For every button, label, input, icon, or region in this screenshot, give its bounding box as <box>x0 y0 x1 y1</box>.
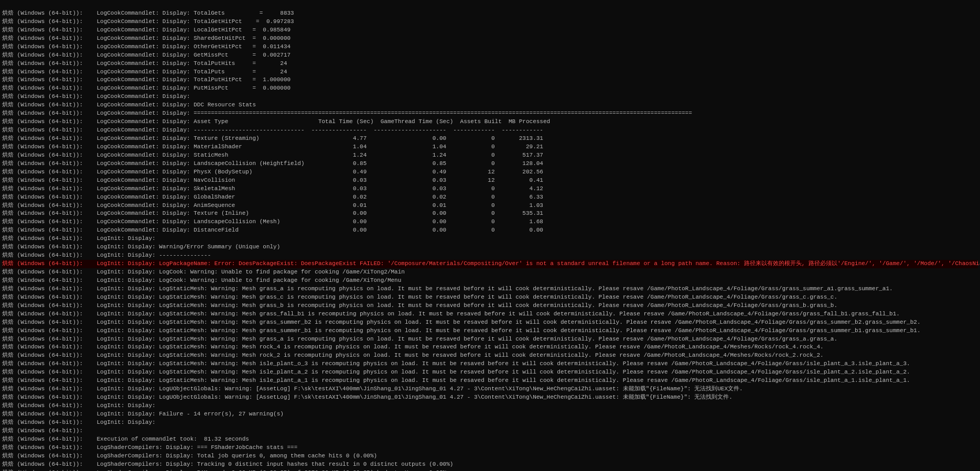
console-line-49: 烘焙 (Windows (64-bit)): LogInit: Display: <box>2 419 978 427</box>
console-line-18: 烘焙 (Windows (64-bit)): LogCookCommandlet… <box>2 160 978 168</box>
console-line-30: 烘焙 (Windows (64-bit)): LogInit: Display:… <box>2 260 978 268</box>
console-line-12: 烘焙 (Windows (64-bit)): LogCookCommandlet… <box>2 109 978 118</box>
console-line-5: 烘焙 (Windows (64-bit)): LogCookCommandlet… <box>2 51 978 60</box>
console-line-39: 烘焙 (Windows (64-bit)): LogInit: Display:… <box>2 335 978 344</box>
console-line-29: 烘焙 (Windows (64-bit)): LogInit: Display:… <box>2 251 978 260</box>
console-line-36: 烘焙 (Windows (64-bit)): LogInit: Display:… <box>2 310 978 319</box>
console-line-13: 烘焙 (Windows (64-bit)): LogCookCommandlet… <box>2 118 978 126</box>
console-line-41: 烘焙 (Windows (64-bit)): LogInit: Display:… <box>2 352 978 360</box>
console-line-44: 烘焙 (Windows (64-bit)): LogInit: Display:… <box>2 377 978 385</box>
console-output: 烘焙 (Windows (64-bit)): LogCookCommandlet… <box>0 0 980 471</box>
console-line-38: 烘焙 (Windows (64-bit)): LogInit: Display:… <box>2 327 978 335</box>
console-line-42: 烘焙 (Windows (64-bit)): LogInit: Display:… <box>2 360 978 368</box>
console-line-14: 烘焙 (Windows (64-bit)): LogCookCommandlet… <box>2 126 978 135</box>
console-line-51: 烘焙 (Windows (64-bit)): Execution of comm… <box>2 435 978 444</box>
console-line-45: 烘焙 (Windows (64-bit)): LogInit: Display:… <box>2 385 978 393</box>
console-line-40: 烘焙 (Windows (64-bit)): LogInit: Display:… <box>2 343 978 352</box>
console-line-55: 烘焙 (Windows (64-bit)): LogShaderCompiler… <box>2 469 978 472</box>
console-line-50: 烘焙 (Windows (64-bit)): <box>2 427 978 435</box>
console-line-6: 烘焙 (Windows (64-bit)): LogCookCommandlet… <box>2 60 978 68</box>
console-line-43: 烘焙 (Windows (64-bit)): LogInit: Display:… <box>2 368 978 377</box>
console-line-16: 烘焙 (Windows (64-bit)): LogCookCommandlet… <box>2 143 978 151</box>
console-line-22: 烘焙 (Windows (64-bit)): LogCookCommandlet… <box>2 193 978 202</box>
console-line-2: 烘焙 (Windows (64-bit)): LogCookCommandlet… <box>2 26 978 35</box>
console-line-46: 烘焙 (Windows (64-bit)): LogInit: Display:… <box>2 393 978 402</box>
console-line-53: 烘焙 (Windows (64-bit)): LogShaderCompiler… <box>2 452 978 461</box>
console-line-0: 烘焙 (Windows (64-bit)): LogCookCommandlet… <box>2 9 978 18</box>
console-line-17: 烘焙 (Windows (64-bit)): LogCookCommandlet… <box>2 151 978 160</box>
console-line-47: 烘焙 (Windows (64-bit)): LogInit: Display: <box>2 402 978 410</box>
console-line-9: 烘焙 (Windows (64-bit)): LogCookCommandlet… <box>2 84 978 93</box>
console-line-20: 烘焙 (Windows (64-bit)): LogCookCommandlet… <box>2 177 978 185</box>
console-line-27: 烘焙 (Windows (64-bit)): LogInit: Display: <box>2 235 978 243</box>
console-line-4: 烘焙 (Windows (64-bit)): LogCookCommandlet… <box>2 43 978 51</box>
console-line-52: 烘焙 (Windows (64-bit)): LogShaderCompiler… <box>2 444 978 452</box>
console-line-3: 烘焙 (Windows (64-bit)): LogCookCommandlet… <box>2 35 978 43</box>
console-line-19: 烘焙 (Windows (64-bit)): LogCookCommandlet… <box>2 168 978 177</box>
console-line-34: 烘焙 (Windows (64-bit)): LogInit: Display:… <box>2 293 978 302</box>
console-line-24: 烘焙 (Windows (64-bit)): LogCookCommandlet… <box>2 210 978 218</box>
console-line-28: 烘焙 (Windows (64-bit)): LogInit: Display:… <box>2 243 978 251</box>
console-line-37: 烘焙 (Windows (64-bit)): LogInit: Display:… <box>2 319 978 327</box>
console-line-35: 烘焙 (Windows (64-bit)): LogInit: Display:… <box>2 302 978 310</box>
console-line-8: 烘焙 (Windows (64-bit)): LogCookCommandlet… <box>2 76 978 84</box>
console-line-25: 烘焙 (Windows (64-bit)): LogCookCommandlet… <box>2 218 978 226</box>
console-line-11: 烘焙 (Windows (64-bit)): LogCookCommandlet… <box>2 101 978 109</box>
console-line-15: 烘焙 (Windows (64-bit)): LogCookCommandlet… <box>2 135 978 143</box>
console-line-23: 烘焙 (Windows (64-bit)): LogCookCommandlet… <box>2 202 978 210</box>
console-line-21: 烘焙 (Windows (64-bit)): LogCookCommandlet… <box>2 185 978 193</box>
console-line-26: 烘焙 (Windows (64-bit)): LogCookCommandlet… <box>2 226 978 235</box>
console-line-1: 烘焙 (Windows (64-bit)): LogCookCommandlet… <box>2 18 978 26</box>
console-line-54: 烘焙 (Windows (64-bit)): LogShaderCompiler… <box>2 461 978 469</box>
console-line-32: 烘焙 (Windows (64-bit)): LogInit: Display:… <box>2 277 978 285</box>
console-line-31: 烘焙 (Windows (64-bit)): LogInit: Display:… <box>2 268 978 277</box>
console-line-33: 烘焙 (Windows (64-bit)): LogInit: Display:… <box>2 285 978 293</box>
console-line-10: 烘焙 (Windows (64-bit)): LogCookCommandlet… <box>2 93 978 101</box>
console-line-48: 烘焙 (Windows (64-bit)): LogInit: Display:… <box>2 410 978 419</box>
console-line-7: 烘焙 (Windows (64-bit)): LogCookCommandlet… <box>2 68 978 76</box>
